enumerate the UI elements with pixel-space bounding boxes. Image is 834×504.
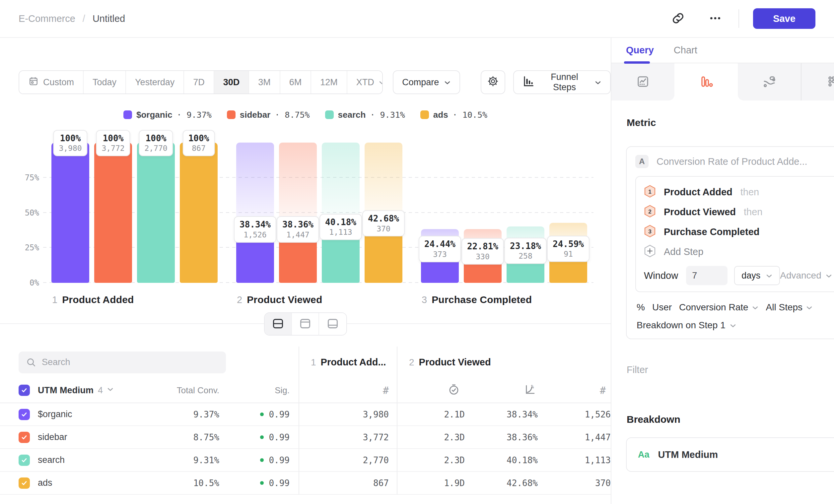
range-button-30d[interactable]: 30D: [214, 71, 249, 93]
step-name: Purchase Completed: [432, 294, 532, 305]
row-significance: 0.99: [219, 426, 290, 448]
row-checkbox[interactable]: [19, 409, 30, 420]
add-step-row[interactable]: Add Step: [644, 242, 832, 261]
window-value-input[interactable]: [686, 266, 727, 285]
range-button-today[interactable]: Today: [84, 71, 126, 93]
table-step2-header[interactable]: 2 Product Viewed: [397, 346, 611, 378]
tab-chart[interactable]: Chart: [674, 45, 697, 56]
legend-item[interactable]: ads· 10.5%: [420, 110, 487, 120]
step-connector: then: [741, 187, 759, 198]
gear-icon: [487, 75, 499, 90]
select-all-checkbox[interactable]: [19, 385, 30, 396]
chart-type-tab-line-chart[interactable]: [611, 63, 675, 100]
table-row[interactable]: sidebar8.75%0.993,7722.3D38.36%1,447: [0, 426, 611, 449]
chart-type-tab-flow[interactable]: [738, 63, 801, 100]
chart-type-tab-funnel-bars[interactable]: [675, 63, 738, 100]
share-link-button[interactable]: [669, 9, 687, 28]
range-button-7d[interactable]: 7D: [184, 71, 214, 93]
more-menu-button[interactable]: [706, 9, 725, 28]
compare-button[interactable]: Compare: [393, 70, 460, 94]
row-step2-count: 1,447: [538, 426, 611, 448]
step-connector: then: [744, 207, 762, 217]
row-checkbox[interactable]: [19, 432, 30, 443]
y-axis-tick-label: 50%: [12, 208, 39, 217]
tab-query[interactable]: Query: [626, 45, 654, 56]
add-step-hexagon-icon: [644, 244, 656, 259]
breadcrumb-project[interactable]: E-Commerce: [19, 13, 75, 24]
range-button-yesterday[interactable]: Yesterday: [126, 71, 184, 93]
legend-item[interactable]: search· 9.31%: [325, 110, 405, 120]
funnel-bar[interactable]: [51, 143, 89, 283]
measurement-scope-select[interactable]: All Steps: [766, 302, 813, 313]
topbar-actions: Save: [669, 8, 815, 29]
search-input[interactable]: [42, 357, 211, 367]
breakdown-on-select[interactable]: Breakdown on Step 1: [635, 320, 834, 330]
view-toggle-split-view[interactable]: [265, 313, 292, 335]
chart-type-tab-grid-dots[interactable]: [801, 63, 834, 100]
column-header-avg-time-icon[interactable]: [397, 378, 465, 403]
range-button-3m[interactable]: 3M: [249, 71, 280, 93]
hash-icon: #: [600, 385, 606, 396]
search-icon: [26, 357, 37, 369]
row-total-conversion: 9.31%: [145, 449, 219, 471]
query-step-row[interactable]: 2Product Viewedthen: [644, 202, 832, 222]
bar-conversion-pct: 100%: [189, 133, 209, 144]
table-step1-header[interactable]: 1 Product Add...: [299, 346, 397, 378]
row-avg-time-value: 1.9D: [444, 478, 465, 488]
row-checkbox[interactable]: [19, 478, 30, 489]
breadcrumb-page-title[interactable]: Untitled: [92, 13, 125, 24]
range-button-xtd[interactable]: XTD: [347, 71, 383, 93]
save-button[interactable]: Save: [753, 8, 815, 29]
chart-settings-button[interactable]: [481, 70, 505, 94]
range-button-6m[interactable]: 6M: [280, 71, 311, 93]
chevron-down-icon: [752, 302, 759, 313]
column-header-conversion-icon[interactable]: %: [465, 378, 538, 403]
row-total-conversion: 8.75%: [145, 426, 219, 448]
measurement-metric-select[interactable]: Conversion Rate: [679, 302, 759, 313]
legend-item[interactable]: $organic· 9.37%: [124, 110, 212, 120]
range-label: 3M: [258, 77, 271, 88]
query-step-row[interactable]: 1Product Addedthen: [644, 182, 832, 202]
spacer: [290, 426, 299, 448]
advanced-button[interactable]: Advanced: [780, 270, 832, 281]
range-button-custom[interactable]: Custom: [19, 71, 84, 93]
funnel-step-label: 3Purchase Completed: [422, 294, 532, 305]
column-header-count-icon[interactable]: #: [538, 378, 611, 403]
table-column-divider: [397, 346, 397, 495]
column-header-count-icon[interactable]: #: [299, 378, 397, 403]
view-toggle-table-only[interactable]: [319, 313, 346, 335]
table-row[interactable]: $organic9.37%0.993,9802.1D38.34%1,526: [0, 403, 611, 426]
metric-title-row[interactable]: A Conversion Rate of Product Adde...: [635, 155, 834, 168]
table-row[interactable]: search9.31%0.992,7702.3D40.18%1,113: [0, 449, 611, 472]
row-name-cell: ads: [19, 472, 145, 494]
bar-value-label: 40.18%1,113: [320, 214, 362, 240]
row-avg-time: 2.1D: [397, 403, 465, 426]
funnel-bar[interactable]: [94, 143, 132, 283]
legend-item[interactable]: sidebar· 8.75%: [227, 110, 310, 120]
chevron-down-icon: [594, 77, 601, 88]
query-step-row[interactable]: 3Purchase Completed: [644, 222, 832, 242]
significance-dot: [260, 412, 264, 416]
measurement-entity[interactable]: User: [652, 302, 672, 313]
breakdown-item[interactable]: Aa UTM Medium: [626, 437, 834, 472]
table-row[interactable]: ads10.5%0.998671.9D42.68%370: [0, 472, 611, 495]
legend-swatch: [325, 110, 334, 119]
window-unit-select[interactable]: days: [734, 266, 780, 285]
significance-dot: [260, 481, 264, 485]
bar-count: 867: [189, 144, 209, 153]
view-toggle-group: [264, 312, 347, 336]
topbar: E-Commerce / Untitled Save: [0, 0, 834, 38]
funnel-bar[interactable]: [137, 143, 175, 283]
funnel-bar[interactable]: [180, 143, 218, 283]
row-step2-conversion: 42.68%: [465, 472, 538, 494]
row-avg-time: 2.3D: [397, 449, 465, 471]
chart-controls: CustomTodayYesterday7D30D3M6M12MXTD Comp…: [19, 70, 611, 94]
column-header-sig[interactable]: Sig.: [219, 378, 290, 403]
view-toggle-chart-only[interactable]: [292, 313, 319, 335]
group-header-cell[interactable]: UTM Medium 4: [19, 378, 145, 403]
row-step2-count: 370: [538, 472, 611, 494]
range-button-12m[interactable]: 12M: [311, 71, 347, 93]
column-header-total-conv[interactable]: Total Conv.: [145, 378, 219, 403]
row-checkbox[interactable]: [19, 455, 30, 466]
chart-type-button[interactable]: Funnel Steps: [513, 70, 611, 94]
